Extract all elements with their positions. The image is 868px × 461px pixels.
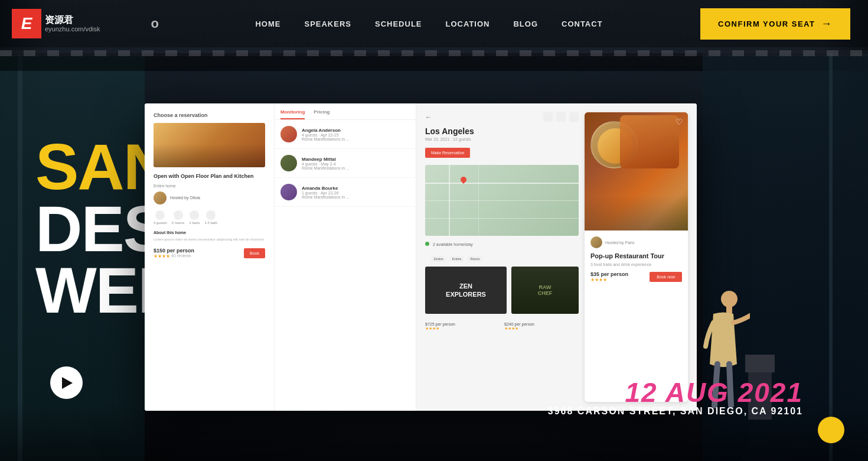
guest-name-3: Amanda Bourke xyxy=(302,186,410,191)
nav-blog[interactable]: BLOG xyxy=(513,20,538,28)
guest-info-1: Angela Anderson 4 guests · Apr 22-25 Rom… xyxy=(302,128,410,141)
restaurant-card-img: ♡ xyxy=(585,112,688,230)
mockup-city-dates: Mar 10, 2021 · 12 guests xyxy=(425,137,579,141)
guest-sub-2: Rome Manifestations in ... xyxy=(302,166,410,170)
restaurant-host-avatar xyxy=(590,236,602,248)
restaurant-price-value: $35 per person xyxy=(590,271,628,277)
restaurant-book-button[interactable]: Book now xyxy=(650,272,682,282)
cta-label: CONFIRM YOUR SEAT xyxy=(718,20,815,28)
mockup-filters: Entire Entire Room xyxy=(425,251,579,267)
mockup-avail: 2 available home/stay xyxy=(425,242,579,246)
tab-pricing[interactable]: Pricing xyxy=(314,109,329,119)
guest-sub-1: Rome Manifestations in ... xyxy=(302,137,410,141)
screen-mockup: Choose a reservation Open with Open Floo… xyxy=(145,103,697,411)
nav-location[interactable]: LOCATION xyxy=(446,20,490,28)
mockup-property-title: Open with Open Floor Plan and Kitchen xyxy=(154,173,265,180)
guest-name-2: Mandeep Mittal xyxy=(302,157,410,162)
brand-name: 资源君 xyxy=(45,14,100,25)
amenity-rooms: 2 rooms xyxy=(172,210,185,225)
mockup-col2: ♡ Hosted by Paris Pop-up Restaurant xyxy=(585,112,688,402)
restaurant-price: $35 per person ★★★★ xyxy=(590,271,628,283)
guest-avatar-2 xyxy=(280,155,297,171)
nav-home[interactable]: HOME xyxy=(255,20,280,28)
mockup-choose-reservation: Choose a reservation xyxy=(154,112,265,118)
zen-text: ZENEXPLORERS xyxy=(446,282,486,299)
mockup-host-avatar xyxy=(154,191,167,204)
filter-room[interactable]: Room xyxy=(467,256,482,262)
guests-label: 4 guests xyxy=(154,221,167,225)
restaurant-card-footer: $35 per person ★★★★ Book now xyxy=(590,271,682,283)
guest-detail-3: 1 guests · Apr 22-26 xyxy=(302,191,410,195)
restaurant-card-body: Hosted by Paris Pop-up Restaurant Tour 3… xyxy=(585,230,688,288)
amenity-guests: 4 guests xyxy=(154,210,167,225)
raw-card: RAWCHEF xyxy=(511,267,579,314)
guest-avatar-3 xyxy=(280,184,297,200)
mockup-about-text: Lorem ipsum dolor sit amet consectetur a… xyxy=(154,237,265,242)
guest-item-1: Angela Anderson 4 guests · Apr 22-25 Rom… xyxy=(275,120,416,149)
screen-inner: Choose a reservation Open with Open Floo… xyxy=(145,103,697,411)
beds-icon xyxy=(190,210,199,220)
event-date: 12 AUG 2021 xyxy=(548,379,803,406)
filter-entire[interactable]: Entire xyxy=(431,256,446,262)
logo-area: E 资源君 eyunzhu.com/vdisk o xyxy=(12,9,158,38)
mockup-col1: ← Los Angeles Mar 10, 2021 · 12 guests M… xyxy=(425,112,579,402)
confirm-seat-button[interactable]: CONFIRM YOUR SEAT → xyxy=(700,8,850,40)
guest-detail-2: 4 guests · May 2-4 xyxy=(302,162,410,166)
guest-item-2: Mandeep Mittal 4 guests · May 2-4 Rome M… xyxy=(275,149,416,178)
nav-schedule[interactable]: SCHEDULE xyxy=(375,20,422,28)
tab-monitoring[interactable]: Monitoring xyxy=(280,109,305,119)
mockup-amenities-row: 4 guests 2 rooms 2 beds 1.5 bath xyxy=(154,210,265,225)
guests-icon xyxy=(155,210,165,220)
mockup-price-row: $150 per person ★★★★ 40 reviews Book xyxy=(154,248,265,259)
yellow-circle-indicator xyxy=(818,417,844,443)
amenity-beds: 2 beds xyxy=(189,210,200,225)
restaurant-card-title: Pop-up Restaurant Tour xyxy=(590,252,682,260)
svg-point-0 xyxy=(721,291,738,307)
logo-o: o xyxy=(151,16,158,31)
restaurant-card: ♡ Hosted by Paris Pop-up Restaurant xyxy=(585,112,688,402)
event-location: 3968 CARSON STREET, SAN DIEGO, CA 92101 xyxy=(548,406,803,417)
restaurant-card-sub: 3 food trails and drink experience xyxy=(590,262,682,267)
play-icon xyxy=(62,377,73,389)
mockup-price-value: $150 per person ★★★★ 40 reviews xyxy=(154,248,194,259)
brand-sub: eyunzhu.com/vdisk xyxy=(45,25,100,33)
mockup-book-button[interactable]: Book xyxy=(244,248,265,258)
baths-label: 1.5 bath xyxy=(204,221,217,225)
mockup-host-row: Hosted by Olivia xyxy=(154,191,265,204)
nav-contact[interactable]: CONTACT xyxy=(562,20,603,28)
play-button[interactable] xyxy=(50,366,83,399)
guest-item-3: Amanda Bourke 1 guests · Apr 22-26 Rome … xyxy=(275,178,416,207)
filter-entire2[interactable]: Entire xyxy=(449,256,465,262)
date-info: 12 AUG 2021 3968 CARSON STREET, SAN DIEG… xyxy=(548,379,803,417)
logo-box: E xyxy=(12,9,41,38)
restaurant-avatar-row: Hosted by Paris xyxy=(590,236,682,248)
zen-card: ZENEXPLORERS xyxy=(425,267,507,314)
mockup-right-area: ← Los Angeles Mar 10, 2021 · 12 guests M… xyxy=(416,103,697,411)
beds-label: 2 beds xyxy=(189,221,200,225)
nav-links: HOME SPEAKERS SCHEDULE LOCATION BLOG CON… xyxy=(255,18,602,29)
mockup-make-reserve[interactable]: Make Reservation xyxy=(425,148,470,158)
mockup-tabs-row: Monitoring Pricing xyxy=(275,103,416,120)
amenity-baths: 1.5 bath xyxy=(204,210,217,225)
mockup-img-thumb xyxy=(154,123,265,167)
guest-sub-3: Rome Manifestations in ... xyxy=(302,195,410,199)
avail-dot xyxy=(425,242,429,246)
nav-speakers[interactable]: SPEAKERS xyxy=(304,20,351,28)
restaurant-host-name: Hosted by Paris xyxy=(605,241,634,245)
guest-name-1: Angela Anderson xyxy=(302,128,410,133)
mockup-city-name: Los Angeles xyxy=(425,126,579,136)
guest-info-2: Mandeep Mittal 4 guests · May 2-4 Rome M… xyxy=(302,157,410,170)
logo-text: 资源君 eyunzhu.com/vdisk xyxy=(45,14,100,33)
mockup-middle-panel: Monitoring Pricing Angela Anderson 4 gue… xyxy=(275,103,416,411)
guest-avatar-1 xyxy=(280,126,297,142)
rooms-icon xyxy=(174,210,183,220)
rooms-label: 2 rooms xyxy=(172,221,185,225)
guest-detail-1: 4 guests · Apr 22-25 xyxy=(302,133,410,137)
mockup-left-panel: Choose a reservation Open with Open Floo… xyxy=(145,103,275,411)
navbar: E 资源君 eyunzhu.com/vdisk o HOME SPEAKERS … xyxy=(0,0,868,47)
hero-content: SANDIEGO DESIGN WEEK Choose a reservatio… xyxy=(0,0,868,461)
guest-info-3: Amanda Bourke 1 guests · Apr 22-26 Rome … xyxy=(302,186,410,199)
mockup-host-info: Hosted by Olivia xyxy=(170,196,200,200)
mockup-about-label: About this home xyxy=(154,230,265,235)
cta-arrow-icon: → xyxy=(821,18,833,30)
